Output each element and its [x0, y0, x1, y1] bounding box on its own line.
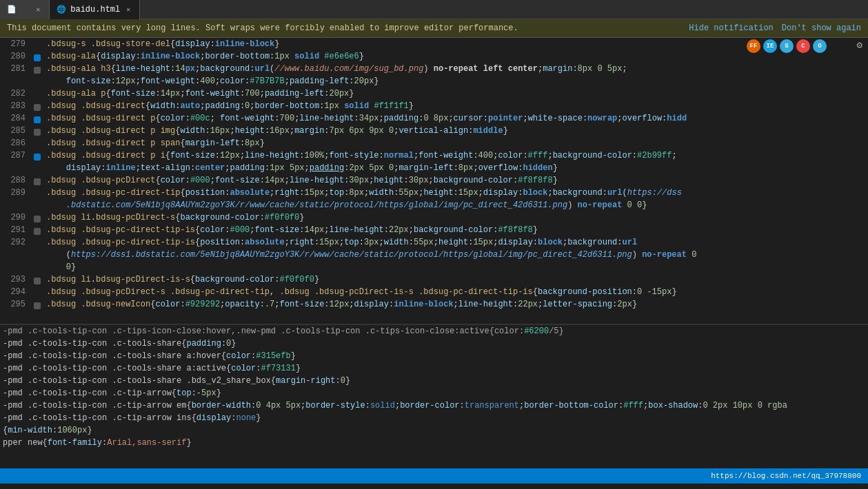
terminal-line-2: -pmd .c-tools-tip-con .c-tools-share{pad… — [0, 337, 868, 350]
firefox-icon[interactable]: FF — [747, 39, 760, 53]
tab-unknown-close[interactable]: ✕ — [34, 5, 42, 14]
code-line-285: .bdsug .bdsug-direct p img{width:16px;he… — [46, 125, 868, 137]
tab-baidu-label: baidu.html — [70, 5, 120, 14]
tab-bar: 📄 ✕ 🌐 baidu.html ✕ — [0, 0, 868, 19]
browser-icons-group: FF IE S C O — [747, 39, 827, 53]
notification-actions: Hide notification Don't show again — [689, 23, 861, 33]
safari-icon[interactable]: S — [780, 39, 794, 53]
code-line-289a: .bdsug .bdsug-pc-direct-tip{position:abs… — [46, 187, 868, 199]
code-line-290: .bdsug li.bdsug-pcDirect-s{background-co… — [46, 211, 868, 224]
status-right: https://blog.csdn.net/qq_37978800 — [711, 472, 861, 480]
code-line-292a: .bdsug .bdsug-pc-direct-tip-is{position:… — [46, 236, 868, 249]
code-line-284: .bdsug .bdsug-direct p{color:#00c; font-… — [46, 112, 868, 125]
code-line-291: .bdsug .bdsug-pc-direct-tip-is{color:#00… — [46, 224, 868, 236]
status-bar: https://blog.csdn.net/qq_37978800 — [0, 468, 868, 483]
code-line-287a: .bdsug .bdsug-direct p i{font-size:12px;… — [46, 149, 868, 162]
notification-text: This document contains very long lines. … — [7, 23, 689, 33]
terminal-line-6: -pmd .c-tools-tip-con .c-tip-arrow{top:-… — [0, 387, 868, 399]
tab-unknown-label — [21, 6, 30, 14]
terminal-line-9: {min-width:1060px} — [0, 424, 868, 437]
notification-bar: This document contains very long lines. … — [0, 19, 868, 38]
html-icon: 🌐 — [57, 5, 66, 14]
code-line-279: .bdsug-s .bdsug-store-del{display:inline… — [46, 38, 868, 50]
chrome-icon[interactable]: C — [796, 39, 810, 53]
code-line-292b: (https://dss1.bdstatic.com/5eN1bjq8AAUYm… — [46, 249, 868, 261]
code-line-283: .bdsug .bdsug-direct{width:auto;padding:… — [46, 100, 868, 112]
status-url: https://blog.csdn.net/qq_37978800 — [711, 472, 861, 480]
tab-baidu-html[interactable]: 🌐 baidu.html ✕ — [50, 0, 140, 19]
code-line-292c: 0} — [46, 261, 868, 273]
tab-baidu-close[interactable]: ✕ — [124, 5, 132, 14]
code-line-281b: font-size:12px;font-weight:400;color:#7B… — [46, 75, 868, 87]
terminal-line-10: pper new{font-family:Arial,sans-serif} — [0, 437, 868, 449]
hide-notification-link[interactable]: Hide notification — [689, 23, 773, 33]
code-line-288: .bdsug .bdsug-pcDirect{color:#000;font-s… — [46, 174, 868, 187]
tab-unknown-file[interactable]: 📄 ✕ — [0, 0, 50, 19]
terminal-line-3: -pmd .c-tools-tip-con .c-tools-share a:h… — [0, 350, 868, 362]
opera-icon[interactable]: O — [813, 39, 827, 53]
code-line-286: .bdsug .bdsug-direct p span{margin-left:… — [46, 137, 868, 149]
code-line-293: .bdsug li.bdsug-pcDirect-is-s{background… — [46, 273, 868, 286]
code-line-287b: display:inline;text-align:center;padding… — [46, 162, 868, 174]
terminal-panel: -pmd .c-tools-tip-con .c-tips-icon-close… — [0, 324, 868, 468]
code-line-289b: .bdstatic.com/5eN1bjq8AAUYm2zgoY3K/r/www… — [46, 199, 868, 211]
ie-icon[interactable]: IE — [763, 39, 777, 53]
code-line-281a: .bdsug-ala h3{line-height:14px;backgroun… — [46, 63, 868, 75]
settings-icon[interactable]: ⚙ — [857, 39, 862, 51]
terminal-line-1: -pmd .c-tools-tip-con .c-tips-icon-close… — [0, 325, 868, 337]
code-line-295: .bdsug .bdsug-newIcon{color:#929292;opac… — [46, 298, 868, 311]
line-numbers: 279 280 281 282 283 284 285 286 287 288 … — [0, 38, 31, 324]
file-icon: 📄 — [7, 5, 17, 14]
code-content[interactable]: .bdsug-s .bdsug-store-del{display:inline… — [43, 38, 868, 324]
dont-show-again-link[interactable]: Don't show again — [782, 23, 861, 33]
dot-indicators — [31, 38, 43, 324]
terminal-line-8: -pmd .c-tools-tip-con .c-tip-arrow ins{d… — [0, 412, 868, 424]
code-line-282: .bdsug-ala p{font-size:14px;font-weight:… — [46, 87, 868, 100]
terminal-line-4: -pmd .c-tools-tip-con .c-tools-share a:a… — [0, 362, 868, 375]
terminal-line-5: -pmd .c-tools-tip-con .c-tools-share .bd… — [0, 375, 868, 387]
code-line-294: .bdsug .bdsug-pcDirect-s .bdsug-pc-direc… — [46, 286, 868, 298]
editor-area: 279 280 281 282 283 284 285 286 287 288 … — [0, 38, 868, 324]
terminal-line-7: -pmd .c-tools-tip-con .c-tip-arrow em{bo… — [0, 399, 868, 412]
code-line-280: .bdsug-ala{display:inline-block;border-b… — [46, 50, 868, 63]
